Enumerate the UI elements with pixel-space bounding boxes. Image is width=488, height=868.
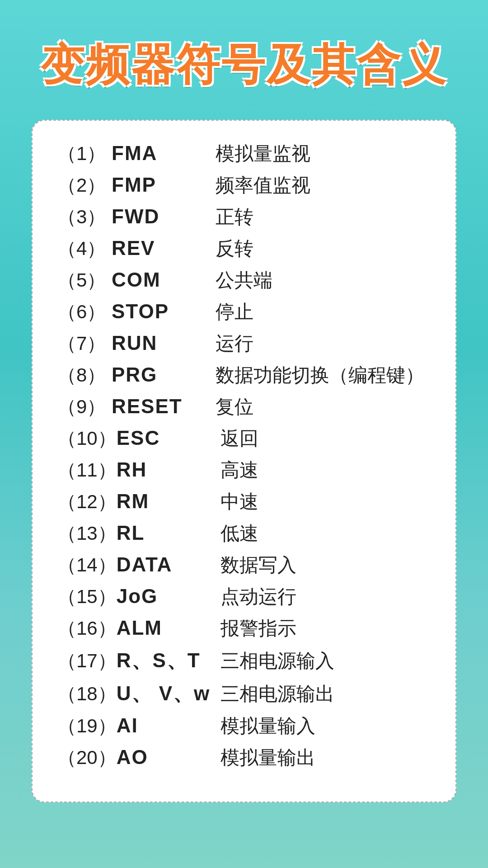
item-meaning: 模拟量输入 (221, 713, 431, 739)
item-number: （10） (57, 426, 117, 451)
item-code: ESC (117, 427, 221, 449)
item-number: （18） (57, 681, 117, 707)
item-code: JoG (117, 585, 221, 608)
table-row: （10）ESC返回 (57, 426, 431, 451)
table-row: （18）U、 V、w三相电源输出 (57, 680, 431, 707)
item-code: PRG (112, 363, 216, 386)
item-meaning: 模拟量监视 (216, 141, 431, 166)
item-code: RM (117, 490, 221, 513)
table-row: （4）REV反转 (57, 236, 431, 261)
item-code: FWD (112, 205, 216, 228)
item-code: AO (117, 746, 221, 769)
item-code: RUN (112, 332, 216, 354)
table-row: （7）RUN运行 (57, 331, 431, 356)
item-meaning: 模拟量输出 (221, 745, 431, 770)
item-number: （16） (57, 616, 117, 641)
item-code: ALM (117, 617, 221, 639)
item-code: STOP (112, 300, 216, 323)
page-title: 变频器符号及其含义 (41, 36, 447, 95)
table-row: （19）AI模拟量输入 (57, 713, 431, 739)
item-meaning: 低速 (221, 521, 431, 546)
item-number: （2） (57, 173, 112, 198)
item-number: （19） (57, 713, 117, 739)
table-row: （9）RESET复位 (57, 394, 431, 420)
item-number: （17） (57, 648, 117, 674)
item-code: AI (117, 714, 221, 737)
item-number: （11） (57, 458, 117, 483)
item-number: （15） (57, 584, 117, 609)
item-meaning: 返回 (221, 426, 431, 451)
item-meaning: 复位 (216, 394, 431, 420)
table-row: （2）FMP频率值监视 (57, 173, 431, 198)
table-row: （1）FMA模拟量监视 (57, 141, 431, 166)
item-meaning: 运行 (216, 331, 431, 356)
item-code: RL (117, 522, 221, 544)
item-code: FMA (112, 142, 216, 165)
item-meaning: 高速 (221, 458, 431, 483)
item-meaning: 报警指示 (221, 616, 431, 641)
table-row: （8）PRG数据功能切换（编程键） (57, 363, 431, 388)
item-meaning: 频率值监视 (216, 173, 431, 198)
item-code: RESET (112, 395, 216, 418)
item-code: DATA (117, 553, 221, 576)
item-number: （4） (57, 236, 112, 261)
item-number: （20） (57, 745, 117, 770)
item-code: RH (117, 458, 221, 481)
item-meaning: 三相电源输出 (221, 681, 431, 707)
item-meaning: 点动运行 (221, 584, 431, 609)
table-row: （16）ALM报警指示 (57, 616, 431, 641)
item-code: U、 V、w (117, 680, 221, 707)
table-row: （12）RM中速 (57, 489, 431, 514)
item-number: （3） (57, 204, 112, 230)
item-number: （7） (57, 331, 112, 356)
item-meaning: 中速 (221, 489, 431, 514)
item-number: （13） (57, 521, 117, 546)
table-row: （3）FWD正转 (57, 204, 431, 230)
item-number: （8） (57, 363, 112, 388)
table-row: （11）RH高速 (57, 458, 431, 483)
item-meaning: 数据功能切换（编程键） (216, 363, 431, 388)
item-number: （12） (57, 489, 117, 514)
item-number: （1） (57, 141, 112, 166)
item-meaning: 停止 (216, 299, 431, 325)
item-meaning: 数据写入 (221, 552, 431, 578)
table-row: （17）R、S、T三相电源输入 (57, 647, 431, 674)
item-meaning: 正转 (216, 204, 431, 230)
table-row: （14）DATA数据写入 (57, 552, 431, 578)
item-code: COM (112, 269, 216, 291)
item-meaning: 反转 (216, 236, 431, 261)
item-code: FMP (112, 174, 216, 196)
item-meaning: 公共端 (216, 268, 431, 293)
item-meaning: 三相电源输入 (221, 648, 431, 674)
item-code: REV (112, 237, 216, 259)
item-number: （14） (57, 552, 117, 578)
item-number: （5） (57, 268, 112, 293)
table-row: （5）COM公共端 (57, 268, 431, 293)
table-row: （20）AO模拟量输出 (57, 745, 431, 770)
table-row: （15）JoG点动运行 (57, 584, 431, 609)
content-card: （1）FMA模拟量监视（2）FMP频率值监视（3）FWD正转（4）REV反转（5… (32, 120, 456, 802)
item-number: （6） (57, 299, 112, 325)
item-number: （9） (57, 394, 112, 420)
table-row: （6）STOP停止 (57, 299, 431, 325)
item-code: R、S、T (117, 647, 221, 674)
table-row: （13）RL低速 (57, 521, 431, 546)
